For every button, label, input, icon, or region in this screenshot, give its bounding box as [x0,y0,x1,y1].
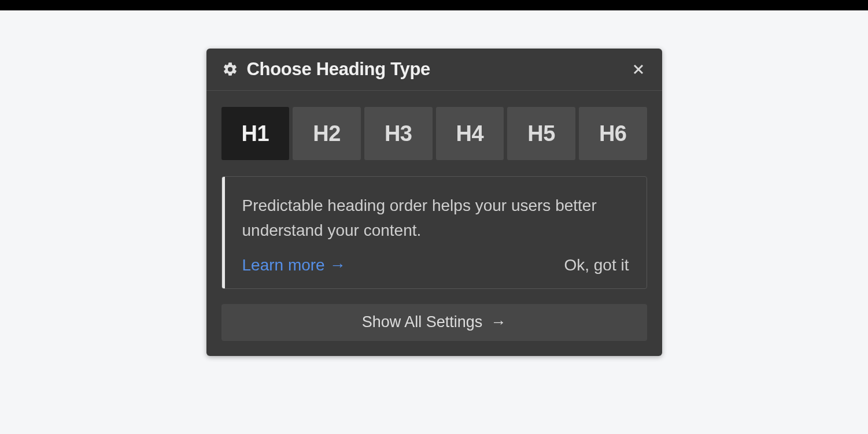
panel-title: Choose Heading Type [247,59,630,80]
info-callout: Predictable heading order helps your use… [221,176,647,289]
heading-option-h3[interactable]: H3 [364,107,433,160]
page-top-bar [0,0,868,10]
heading-option-h6[interactable]: H6 [579,107,647,160]
learn-more-link[interactable]: Learn more → [242,256,346,275]
heading-option-h5[interactable]: H5 [507,107,575,160]
arrow-right-icon: → [490,313,506,331]
show-all-settings-button[interactable]: Show All Settings → [221,304,647,341]
info-actions: Learn more → Ok, got it [242,256,629,275]
info-text: Predictable heading order helps your use… [242,193,629,243]
heading-type-panel: Choose Heading Type H1 H2 H3 H4 H5 H6 Pr… [206,49,662,356]
panel-header: Choose Heading Type [206,49,662,91]
arrow-right-icon: → [330,256,346,275]
gear-icon [221,61,239,78]
learn-more-label: Learn more [242,256,325,275]
close-button[interactable] [630,61,647,78]
heading-level-selector: H1 H2 H3 H4 H5 H6 [221,107,647,160]
heading-option-h1[interactable]: H1 [221,107,290,160]
heading-option-h2[interactable]: H2 [293,107,361,160]
panel-body: H1 H2 H3 H4 H5 H6 Predictable heading or… [206,91,662,356]
show-all-label: Show All Settings [362,313,483,331]
info-content: Predictable heading order helps your use… [225,177,647,288]
heading-option-h4[interactable]: H4 [436,107,504,160]
dismiss-button[interactable]: Ok, got it [564,256,629,275]
